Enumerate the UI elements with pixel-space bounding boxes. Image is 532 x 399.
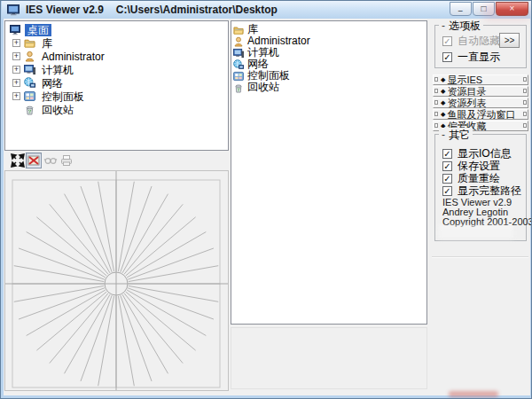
titlebar[interactable]: IES Viewer v2.9 C:\Users\Administrator\D…	[2, 1, 531, 19]
rollout-bullet-icon: ◆	[441, 111, 445, 118]
control-panel-icon	[24, 90, 35, 102]
photometric-canvas[interactable]	[4, 170, 229, 391]
tree-item-label: 控制面板	[39, 90, 87, 103]
other-group: - 其它 ✓ 显示IO信息 ✓ 保存设置 ✓ 质量重绘 ✓ 显示完整路径	[434, 134, 527, 241]
computer-icon	[24, 64, 35, 75]
preview-button[interactable]	[43, 153, 59, 168]
recycle-bin-icon	[24, 104, 35, 115]
tree-item-label: 回收站	[39, 104, 76, 116]
tree-item-label: 计算机	[39, 64, 76, 76]
desktop-list[interactable]: 库 Administrator 计算机 网络 控制面板 回收站	[231, 20, 427, 325]
rollout-resource-list[interactable]: ◆ 资源列表	[433, 98, 528, 108]
user-icon	[24, 51, 35, 62]
tree-item-desktop[interactable]: 桌面	[5, 23, 228, 36]
tree-item-label: 网络	[39, 77, 66, 90]
red-blur-smudge	[449, 391, 498, 397]
no-image-button[interactable]	[26, 153, 42, 168]
tree-item-label: 桌面	[25, 24, 51, 36]
computer-icon	[233, 48, 244, 59]
tree-item-administrator[interactable]: + Administrator	[5, 50, 228, 63]
divider	[432, 256, 528, 258]
print-button[interactable]	[59, 153, 74, 168]
tree-item-computer[interactable]: + 计算机	[5, 63, 228, 76]
options-group-label: - 选项板	[439, 19, 483, 34]
pink-blur-smudge	[482, 3, 531, 20]
rollout-bullet-icon: ◆	[441, 88, 445, 95]
fit-view-button[interactable]	[10, 153, 26, 168]
quality-redraw-checkbox[interactable]: ✓ 质量重绘	[442, 173, 500, 184]
fit-view-icon	[11, 153, 25, 168]
rollout-show-ies[interactable]: ◆ 显示IES	[433, 74, 528, 85]
tree-item-recycle-bin[interactable]: 回收站	[5, 103, 228, 116]
preview-glasses-icon	[43, 153, 58, 168]
checkbox-check-icon: ✓	[442, 174, 452, 184]
show-io-info-checkbox[interactable]: ✓ 显示IO信息	[442, 148, 512, 159]
expand-icon[interactable]: +	[12, 39, 20, 47]
recycle-bin-icon	[233, 82, 244, 93]
no-image-icon	[27, 153, 41, 168]
checkbox-check-icon: ✓	[442, 52, 452, 62]
options-group: - 选项板 ✓ 自动隐藏 >> ✓ 一直显示	[434, 25, 527, 68]
user-icon	[233, 36, 244, 47]
network-icon	[24, 77, 35, 89]
client-area: 桌面 + 库 + Administrator + 计算机 + 网络	[4, 19, 530, 395]
expand-icon[interactable]: +	[12, 52, 20, 60]
tree-item-libraries[interactable]: + 库	[5, 36, 228, 50]
expand-icon[interactable]: +	[12, 79, 20, 87]
list-item-label: 回收站	[247, 82, 279, 93]
photometric-starburst	[5, 171, 228, 390]
always-show-checkbox[interactable]: ✓ 一直显示	[442, 51, 500, 62]
other-group-label: - 其它	[439, 128, 473, 143]
libraries-icon	[24, 37, 35, 49]
checkbox-check-icon: ✓	[442, 161, 452, 171]
show-full-path-checkbox[interactable]: ✓ 显示完整路径	[442, 185, 521, 196]
window-title-path: C:\Users\Administrator\Desktop	[116, 4, 278, 16]
desktop-icon	[10, 24, 21, 35]
save-settings-checkbox[interactable]: ✓ 保存设置	[442, 160, 500, 171]
rollout-bullet-icon: ◆	[441, 99, 445, 106]
network-icon	[233, 59, 244, 70]
control-panel-icon	[233, 71, 244, 82]
tree-item-control-panel[interactable]: + 控制面板	[5, 90, 228, 103]
checkbox-check-icon: ✓	[442, 36, 452, 46]
desktop-tree[interactable]: 桌面 + 库 + Administrator + 计算机 + 网络	[4, 20, 229, 151]
auto-hide-checkbox[interactable]: ✓ 自动隐藏	[442, 35, 500, 46]
expand-panel-button[interactable]: >>	[499, 33, 520, 48]
checkbox-check-icon: ✓	[442, 186, 452, 196]
options-sidebar: - 选项板 ✓ 自动隐藏 >> ✓ 一直显示 ◆ 显示IES	[432, 19, 530, 395]
viewer-toolbar	[4, 152, 229, 169]
rollout-bullet-icon: ◆	[441, 76, 445, 83]
info-panel	[231, 327, 427, 389]
expand-icon[interactable]: +	[12, 66, 20, 74]
rollout-fisheye-window[interactable]: ◆ 鱼眼及浮动窗口	[433, 109, 528, 120]
collapse-icon[interactable]: -	[442, 20, 445, 32]
window-title: IES Viewer v2.9	[26, 4, 104, 16]
expand-icon[interactable]: +	[12, 92, 20, 100]
tree-item-label: Administrator	[39, 51, 107, 63]
libraries-icon	[233, 25, 244, 35]
app-window: IES Viewer v2.9 C:\Users\Administrator\D…	[0, 0, 532, 399]
checkbox-check-icon: ✓	[442, 149, 452, 159]
print-icon	[59, 153, 74, 168]
tree-item-network[interactable]: + 网络	[5, 76, 228, 90]
minimize-button[interactable]: −	[450, 2, 472, 16]
rollout-resource-dir[interactable]: ◆ 资源目录	[433, 86, 528, 97]
tree-item-label: 库	[39, 37, 55, 50]
list-item-recycle-bin[interactable]: 回收站	[231, 82, 426, 93]
minimize-icon: −	[458, 7, 464, 16]
blurred-watermark	[439, 226, 513, 239]
app-icon	[7, 4, 20, 16]
collapse-icon[interactable]: -	[442, 129, 445, 141]
